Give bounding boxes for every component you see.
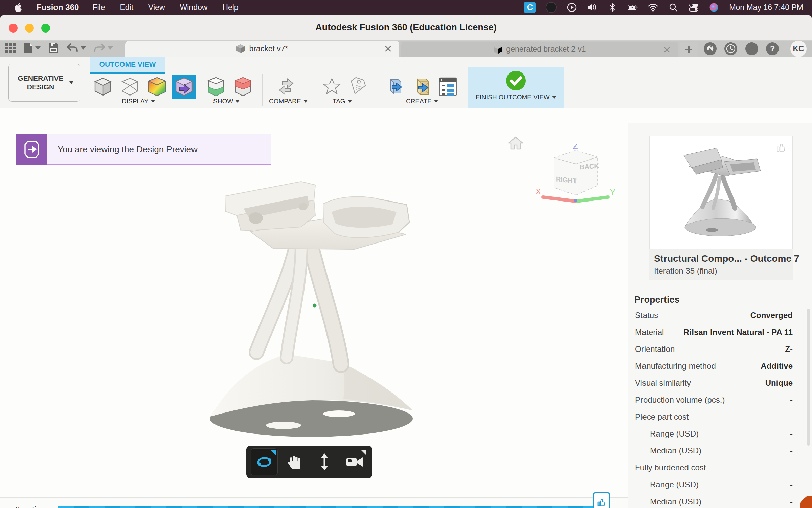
display-shaded-button[interactable] [91,75,115,99]
iteration-segment [89,506,105,508]
menubar-item[interactable]: Edit [120,3,133,12]
iterations-slider-track[interactable] [58,506,599,508]
new-tab-button[interactable] [680,42,698,57]
volume-icon[interactable] [587,2,597,13]
property-row: Production volume (pcs.) - [630,391,802,408]
create-design-button[interactable] [382,75,406,99]
chevron-down-icon [552,96,556,99]
play-status-icon[interactable] [567,2,577,13]
save-button[interactable] [48,43,59,54]
outcome-view-tab[interactable]: OUTCOME VIEW [90,57,165,74]
tab-bracket-v7[interactable]: bracket v7* [125,41,399,57]
undo-button[interactable] [66,43,86,54]
chevron-down-icon [348,100,352,103]
history-clock-icon[interactable] [724,42,737,55]
spotlight-search-icon[interactable] [668,2,678,13]
display-analysis-button[interactable] [145,75,169,99]
create-mesh-button[interactable] [409,75,433,99]
look-at-camera-button[interactable] [341,448,368,475]
bracket-3d-model[interactable] [189,164,447,455]
battery-icon[interactable] [628,2,638,13]
tag-label-button[interactable] [347,75,371,99]
property-row: Range (USD) - [630,476,802,493]
create-group-dropdown[interactable]: CREATE [406,98,438,105]
creative-cloud-icon[interactable] [546,2,557,13]
show-group-label: SHOW [213,98,233,105]
view-cube[interactable]: RIGHT BACK Z X Y [533,144,619,211]
capture-app-icon[interactable]: C [524,2,536,13]
generative-design-menu-button[interactable]: GENERATIVE DESIGN [8,64,80,102]
control-center-icon[interactable] [689,2,699,13]
user-avatar[interactable]: KC [790,41,807,57]
menubar-app-name[interactable]: Fusion 360 [37,3,79,12]
wifi-icon[interactable] [648,2,658,13]
home-view-icon[interactable] [508,136,524,150]
show-group-dropdown[interactable]: SHOW [213,98,240,105]
create-export-list-button[interactable] [436,75,460,99]
outcome-card-subtitle: Iteration 35 (final) [654,266,793,276]
iteration-segment [321,506,336,508]
compare-group-dropdown[interactable]: COMPARE [269,98,308,105]
menubar-item[interactable]: View [148,3,165,12]
model-base-hole [323,410,355,417]
property-value: - [790,395,802,405]
property-row: Visual similarity Unique [630,375,802,391]
tag-favorite-button[interactable] [320,75,344,99]
iteration-segment [537,506,552,508]
iteration-segment [197,506,213,508]
thumbs-up-icon[interactable] [775,141,787,153]
show-unconverged-button[interactable] [231,75,255,99]
ribbon-toolbar: GENERATIVE DESIGN OUTCOME VIEW DISPLAY [0,57,812,108]
pan-tool-button[interactable] [281,448,308,475]
properties-header: Properties [634,295,680,305]
outcome-card-title: Structural Compo... - Outcome 7 [654,253,793,264]
menubar-items: FileEditViewWindowHelp [92,3,238,12]
tab-close-icon[interactable] [662,45,671,54]
zoom-tool-button[interactable] [311,448,338,475]
iteration-segment [522,506,537,508]
job-status-icon[interactable] [704,42,717,55]
panel-scrollbar[interactable] [807,309,810,446]
display-wireframe-button[interactable] [118,75,142,99]
compare-group-label: COMPARE [269,98,301,105]
property-label: Material [630,327,664,337]
display-outcome-button[interactable] [172,75,196,99]
iteration-segment [74,506,89,508]
toolbar-divider [201,74,201,106]
bluetooth-icon[interactable] [607,2,617,13]
menubar-item[interactable]: Window [180,3,208,12]
property-row: Manufacturing method Additive [630,358,802,375]
finish-outcome-view-button[interactable]: FINISH OUTCOME VIEW [468,67,564,108]
notifications-bell-icon[interactable] [745,42,758,55]
iteration-segment [135,506,151,508]
tab-close-icon[interactable] [384,44,392,53]
3d-viewport[interactable]: You are viewing the Design Preview RIGHT… [0,123,628,508]
iteration-segment [383,506,398,508]
tag-group-dropdown[interactable]: TAG [333,98,352,105]
menubar-clock[interactable]: Mon May 16 7:40 PM [729,3,803,12]
viewcube-back-face[interactable]: BACK [580,162,599,171]
show-converged-button[interactable] [204,75,228,99]
help-icon[interactable]: ? [766,42,779,55]
app-grid-icon[interactable] [5,42,16,54]
iterations-slider-handle[interactable] [593,492,610,508]
properties-table: Status Converged Material Rilsan Invent … [630,307,802,508]
tab-generated-bracket[interactable]: generated bracket 2 v1 [401,42,678,57]
model-base-hole [266,422,301,429]
property-label: Piece part cost [630,412,689,422]
toolbar-divider [262,74,263,106]
outcome-card[interactable]: Structural Compo... - Outcome 7 Iteratio… [649,136,793,280]
chevron-down-icon [235,100,240,103]
compare-button[interactable] [274,75,298,99]
menubar-item[interactable]: File [92,3,105,12]
orbit-tool-button[interactable] [251,448,278,475]
apple-logo-icon[interactable] [13,2,23,13]
axis-origin [574,199,577,202]
siri-icon[interactable] [709,2,719,13]
display-group-dropdown[interactable]: DISPLAY [122,98,155,105]
property-label: Median (USD) [630,497,701,506]
menubar-item[interactable]: Help [222,3,238,12]
redo-button[interactable] [93,43,113,54]
file-menu-button[interactable] [24,42,41,54]
property-value: Unique [765,378,802,388]
